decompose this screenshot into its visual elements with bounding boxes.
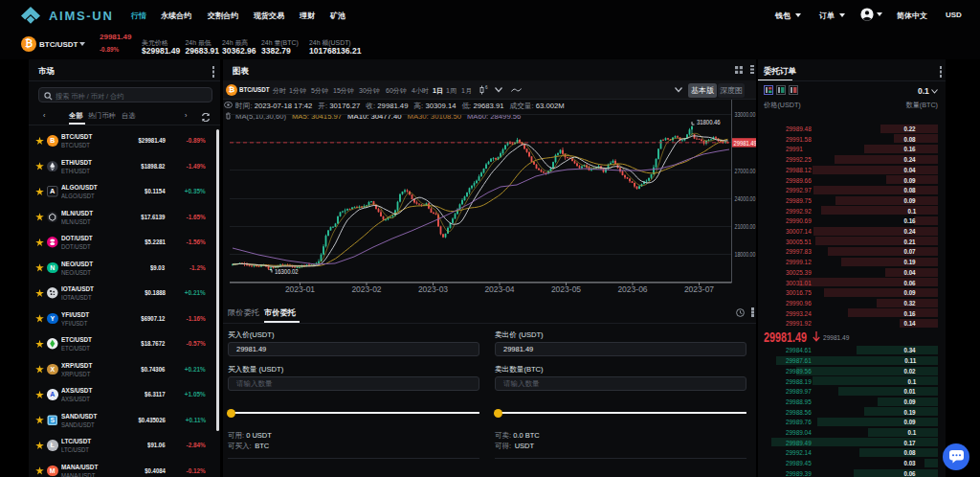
svg-text:18000.00: 18000.00	[735, 250, 756, 258]
svg-text:27000.00: 27000.00	[735, 167, 756, 174]
svg-text:31800.46: 31800.46	[697, 118, 721, 125]
svg-text:2023-02: 2023-02	[351, 284, 381, 294]
svg-text:16300.02: 16300.02	[275, 268, 299, 276]
svg-text:S: S	[50, 417, 55, 423]
svg-text:A: A	[50, 188, 56, 196]
svg-text:33000.00: 33000.00	[735, 110, 756, 118]
svg-text:2023-03: 2023-03	[418, 284, 448, 294]
svg-text:2023-04: 2023-04	[484, 284, 514, 294]
svg-text:29981.49: 29981.49	[734, 139, 757, 147]
svg-text:2023-05: 2023-05	[551, 284, 581, 294]
svg-text:24000.00: 24000.00	[735, 194, 756, 202]
svg-text:21000.00: 21000.00	[735, 222, 756, 230]
svg-text:2023-01: 2023-01	[285, 284, 315, 294]
svg-text:2023-06: 2023-06	[617, 284, 647, 294]
svg-text:2023-07: 2023-07	[684, 284, 714, 294]
